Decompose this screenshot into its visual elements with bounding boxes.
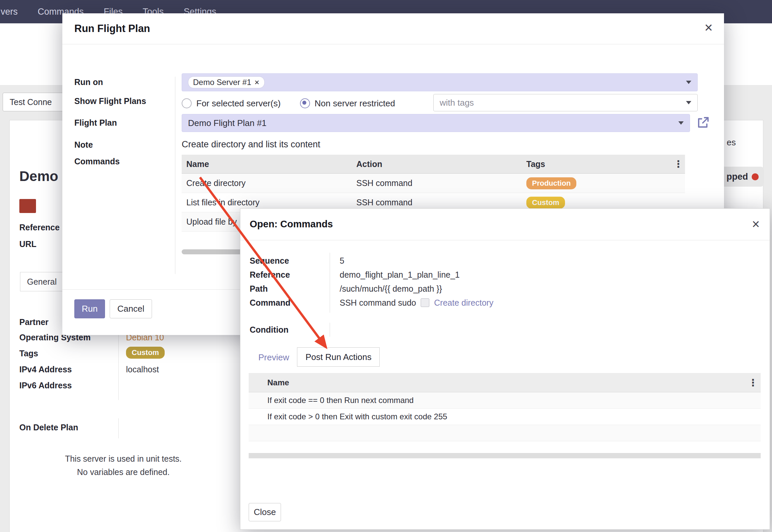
tab-general-label: General bbox=[27, 277, 57, 287]
radio-selected-servers[interactable] bbox=[182, 98, 192, 108]
tab-post-run-actions[interactable]: Post Run Actions bbox=[297, 347, 380, 367]
table-options-icon[interactable]: ⋮ bbox=[745, 377, 761, 388]
path-field: Path /such/much/{{ demo_path }} bbox=[250, 282, 442, 296]
radio-non-server-restricted[interactable] bbox=[300, 98, 310, 108]
flight-plan-filter-radios: For selected server(s) Non server restri… bbox=[182, 97, 395, 110]
external-link-icon[interactable] bbox=[696, 115, 710, 129]
command-checkbox[interactable] bbox=[421, 298, 429, 307]
production-badge: Production bbox=[526, 177, 576, 189]
flight-plan-note-text: Create directory and list its content bbox=[182, 139, 320, 150]
path-label: Path bbox=[250, 284, 330, 294]
run-modal-group-divider bbox=[175, 77, 175, 274]
row-action: SSH command bbox=[352, 178, 522, 188]
row-name: List files in directory bbox=[182, 198, 352, 207]
radio-selected-servers-label[interactable]: For selected server(s) bbox=[196, 98, 281, 109]
command-label: Command bbox=[250, 298, 330, 308]
flight-plan-label: Flight Plan bbox=[74, 118, 117, 128]
col-tags: Tags bbox=[522, 159, 672, 169]
table-row[interactable]: If exit code > 0 then Exit with custom e… bbox=[249, 409, 761, 425]
url-label: URL bbox=[19, 239, 36, 249]
run-on-select[interactable]: Demo Server #1 ✕ bbox=[182, 73, 698, 91]
chevron-down-icon bbox=[686, 101, 691, 104]
server-chip-label: Demo Server #1 bbox=[193, 78, 251, 87]
row-action: SSH command bbox=[352, 198, 522, 207]
partner-label: Partner bbox=[19, 317, 49, 327]
nav-item-servers[interactable]: vers bbox=[0, 7, 28, 17]
reference-label: Reference bbox=[250, 270, 330, 280]
chevron-down-icon bbox=[686, 81, 691, 84]
ipv4-value: localhost bbox=[126, 365, 159, 374]
note-label: Note bbox=[74, 140, 93, 150]
server-chip: Demo Server #1 ✕ bbox=[188, 76, 265, 88]
with-tags-dropdown[interactable]: with tags bbox=[433, 94, 698, 111]
commands-modal-close-icon[interactable]: × bbox=[752, 217, 760, 231]
condition-label: Condition bbox=[250, 325, 330, 335]
table-options-icon[interactable]: ⋮ bbox=[672, 158, 685, 170]
commands-modal-header-divider bbox=[240, 240, 770, 240]
commands-label: Commands bbox=[74, 157, 120, 166]
custom-badge: Custom bbox=[526, 197, 565, 209]
form-column-divider-2 bbox=[118, 418, 119, 438]
create-directory-link[interactable]: Create directory bbox=[434, 298, 493, 308]
tab-preview[interactable]: Preview bbox=[250, 348, 297, 367]
close-button[interactable]: Close bbox=[249, 503, 281, 521]
with-tags-dropdown-value: with tags bbox=[440, 98, 474, 108]
sequence-field: Sequence 5 bbox=[250, 254, 344, 268]
run-modal-title: Run Flight Plan bbox=[74, 23, 150, 35]
col-name: Name bbox=[182, 159, 352, 169]
show-flight-plans-label: Show Flight Plans bbox=[74, 96, 146, 106]
condition-divider bbox=[330, 323, 330, 337]
ipv6-label: IPv6 Address bbox=[19, 381, 72, 390]
run-modal-close-icon[interactable]: × bbox=[704, 21, 713, 35]
unit-test-note-line1: This server is used in unit tests. bbox=[33, 452, 213, 465]
status-dot-icon bbox=[752, 173, 759, 180]
unit-test-note-line2: No variables are defined. bbox=[33, 465, 213, 479]
chip-remove-icon[interactable]: ✕ bbox=[254, 79, 260, 86]
flight-plan-select[interactable]: Demo Flight Plan #1 bbox=[182, 114, 690, 132]
on-delete-plan-label: On Delete Plan bbox=[19, 423, 78, 432]
command-value: SSH command sudo bbox=[340, 298, 416, 308]
ipv4-label: IPv4 Address bbox=[19, 365, 72, 374]
reference-label: Reference bbox=[19, 223, 60, 232]
commands-table-header: Name Action Tags ⋮ bbox=[182, 155, 685, 174]
cancel-button[interactable]: Cancel bbox=[110, 299, 152, 318]
open-commands-modal: Open: Commands × Sequence 5 Reference de… bbox=[240, 208, 770, 530]
path-value: /such/much/{{ demo_path }} bbox=[340, 284, 442, 294]
col-name: Name bbox=[267, 378, 745, 387]
post-run-actions-table: Name ⋮ If exit code == 0 then Run next c… bbox=[249, 373, 761, 441]
color-swatch[interactable] bbox=[19, 199, 36, 213]
server-title: Demo bbox=[19, 168, 58, 184]
status-label: pped bbox=[727, 172, 748, 182]
row-name: Create directory bbox=[182, 178, 352, 188]
flight-plan-select-value: Demo Flight Plan #1 bbox=[188, 118, 267, 128]
sequence-value: 5 bbox=[340, 256, 344, 266]
chevron-down-icon bbox=[678, 121, 684, 125]
run-modal-header-divider bbox=[62, 44, 724, 44]
col-action: Action bbox=[352, 159, 522, 169]
radio-non-server-restricted-label[interactable]: Non server restricted bbox=[315, 98, 395, 109]
reference-value: demo_flight_plan_1_plan_line_1 bbox=[340, 270, 460, 280]
sequence-label: Sequence bbox=[250, 256, 330, 266]
row-name: If exit code == 0 then Run next command bbox=[267, 396, 745, 405]
run-on-label: Run on bbox=[74, 77, 103, 87]
unit-test-note: This server is used in unit tests. No va… bbox=[33, 452, 213, 479]
commands-modal-title: Open: Commands bbox=[250, 219, 333, 230]
notes-text-fragment: es bbox=[727, 137, 736, 148]
table-row-empty bbox=[249, 425, 761, 441]
post-run-actions-header: Name ⋮ bbox=[249, 373, 761, 392]
tags-custom-badge: Custom bbox=[126, 347, 165, 359]
horizontal-scrollbar[interactable] bbox=[249, 453, 761, 458]
reference-field: Reference demo_flight_plan_1_plan_line_1 bbox=[250, 268, 460, 282]
table-row[interactable]: Create directory SSH command Production bbox=[182, 174, 685, 193]
table-row[interactable]: If exit code == 0 then Run next command bbox=[249, 392, 761, 409]
command-field: Command SSH command sudo Create director… bbox=[250, 296, 493, 310]
condition-field: Condition bbox=[250, 323, 330, 337]
notebook-tabs: Preview Post Run Actions bbox=[250, 347, 380, 367]
row-name: If exit code > 0 then Exit with custom e… bbox=[267, 412, 745, 421]
tags-label: Tags bbox=[19, 349, 38, 358]
run-button[interactable]: Run bbox=[74, 299, 105, 318]
